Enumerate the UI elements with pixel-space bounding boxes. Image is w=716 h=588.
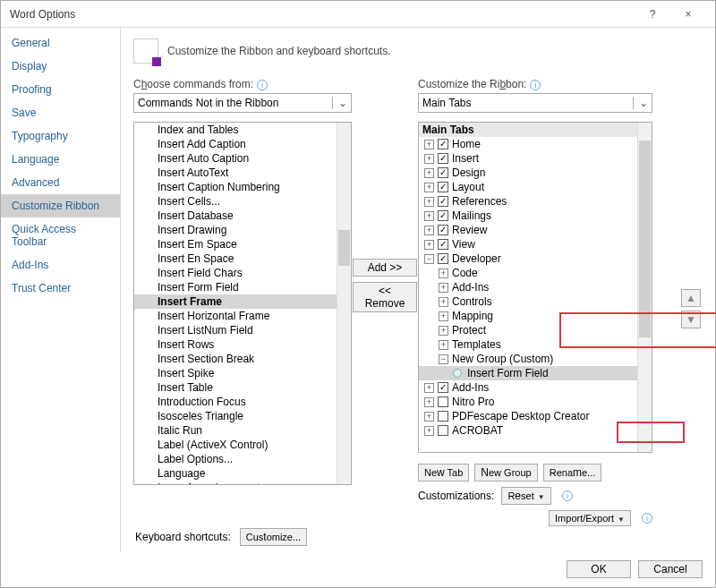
sidebar-item-customize-ribbon[interactable]: Customize Ribbon: [1, 194, 120, 217]
move-down-button[interactable]: ▼: [681, 311, 701, 328]
tree-item[interactable]: +✓Add-Ins: [419, 380, 637, 395]
command-item[interactable]: Insert Spike: [134, 366, 337, 380]
command-icon: [138, 338, 152, 351]
move-up-button[interactable]: ▲: [681, 289, 701, 307]
sidebar-item-general[interactable]: General: [1, 31, 120, 55]
command-item[interactable]: Label (ActiveX Control): [134, 438, 337, 452]
info-icon[interactable]: i: [257, 80, 268, 90]
new-tab-button[interactable]: New Tab: [418, 464, 469, 481]
command-icon: [138, 252, 152, 265]
scrollbar[interactable]: [337, 123, 351, 484]
command-item[interactable]: Insert En Space: [134, 251, 337, 266]
command-item[interactable]: Insert Database: [134, 209, 337, 223]
new-group-button[interactable]: New Group: [474, 464, 537, 481]
tree-item[interactable]: +✓Home: [419, 137, 637, 151]
command-item[interactable]: Insert Rows: [134, 337, 337, 352]
sidebar-item-quick-access-toolbar[interactable]: Quick Access Toolbar: [1, 217, 120, 253]
tree-item[interactable]: +Mapping: [419, 309, 637, 323]
command-icon: [138, 381, 152, 394]
command-item[interactable]: Isosceles Triangle: [134, 409, 337, 423]
tree-item[interactable]: +✓Insert: [419, 151, 637, 166]
commands-listbox[interactable]: Index and TablesInsert Add CaptionInsert…: [133, 122, 352, 485]
tree-item[interactable]: −New Group (Custom): [419, 352, 637, 366]
command-icon: [138, 295, 152, 308]
customize-shortcuts-button[interactable]: Customize...: [240, 528, 307, 546]
help-button[interactable]: ?: [635, 8, 670, 21]
command-item[interactable]: Insert Field Chars: [134, 266, 337, 280]
command-item[interactable]: Label Options...: [134, 452, 337, 466]
sidebar-item-typography[interactable]: Typography: [1, 124, 120, 148]
import-export-dropdown[interactable]: Import/Export▼: [549, 510, 631, 526]
command-item[interactable]: Insert Drawing: [134, 223, 337, 237]
sidebar-item-display[interactable]: Display: [1, 55, 120, 78]
sidebar-item-add-ins[interactable]: Add-Ins: [1, 253, 120, 277]
tree-item[interactable]: Insert Form Field: [419, 366, 637, 380]
info-icon[interactable]: i: [642, 513, 652, 524]
command-icon: [138, 224, 152, 236]
command-item[interactable]: Insert Section Break: [134, 352, 337, 366]
tree-item[interactable]: +PDFescape Desktop Creator: [419, 409, 637, 423]
titlebar: Word Options ? ×: [1, 1, 715, 28]
tree-item[interactable]: +✓Layout: [419, 180, 637, 194]
info-icon[interactable]: i: [530, 80, 541, 90]
sidebar-item-language[interactable]: Language: [1, 148, 120, 171]
tree-item[interactable]: +Protect: [419, 323, 637, 337]
info-icon[interactable]: i: [562, 490, 573, 501]
ribbon-tree[interactable]: Main Tabs+✓Home+✓Insert+✓Design+✓Layout+…: [418, 122, 652, 453]
command-item[interactable]: Insert Form Field: [134, 280, 337, 294]
command-item[interactable]: Insert Cells...: [134, 194, 337, 209]
command-item[interactable]: Insert AutoText: [134, 166, 337, 180]
sidebar-item-trust-center[interactable]: Trust Center: [1, 277, 120, 300]
command-item[interactable]: Insert Em Space: [134, 237, 337, 251]
tree-item[interactable]: +ACROBAT: [419, 423, 637, 438]
tree-item[interactable]: −✓Developer: [419, 251, 637, 266]
command-item[interactable]: Language: [134, 466, 337, 481]
tree-header: Main Tabs: [419, 123, 637, 137]
sidebar-item-save[interactable]: Save: [1, 101, 120, 124]
sidebar-item-proofing[interactable]: Proofing: [1, 78, 120, 101]
command-icon: [138, 195, 152, 208]
ribbon-scope-select[interactable]: Main Tabs⌄: [418, 93, 652, 113]
tree-item[interactable]: +✓References: [419, 194, 637, 209]
command-item[interactable]: Insert Add Caption: [134, 137, 337, 151]
tree-item[interactable]: +✓Review: [419, 223, 637, 237]
command-item[interactable]: Insert Table: [134, 380, 337, 395]
tree-item[interactable]: +Controls: [419, 294, 637, 309]
command-item[interactable]: Insert Caption Numbering: [134, 180, 337, 194]
command-icon: [138, 353, 152, 365]
command-item[interactable]: Index and Tables: [134, 123, 337, 137]
scrollbar[interactable]: [637, 123, 652, 452]
remove-button[interactable]: << Remove: [353, 282, 417, 312]
choose-commands-select[interactable]: Commands Not in the Ribbon⌄: [133, 93, 352, 113]
command-icon: [138, 124, 152, 136]
reset-dropdown[interactable]: Reset▼: [501, 487, 550, 505]
customizations-label: Customizations:: [418, 490, 494, 502]
command-icon: [138, 166, 152, 179]
cancel-button[interactable]: Cancel: [638, 560, 703, 578]
tree-item[interactable]: +✓Mailings: [419, 209, 637, 223]
command-item[interactable]: Introduction Focus: [134, 395, 337, 409]
rename-button[interactable]: Rename...: [543, 464, 602, 481]
tree-item[interactable]: +✓Design: [419, 166, 637, 180]
command-item[interactable]: Learn from document...: [134, 481, 337, 484]
keyboard-shortcuts-label: Keyboard shortcuts:: [135, 531, 231, 543]
command-item[interactable]: Insert Frame: [134, 294, 337, 309]
add-button[interactable]: Add >>: [353, 259, 417, 277]
tree-item[interactable]: +Templates: [419, 337, 637, 352]
reorder-buttons: ▲ ▼: [681, 289, 701, 328]
tree-item[interactable]: +Nitro Pro: [419, 395, 637, 409]
sidebar-item-advanced[interactable]: Advanced: [1, 171, 120, 194]
chevron-down-icon: ⌄: [332, 97, 347, 109]
tree-item[interactable]: +Add-Ins: [419, 280, 637, 294]
command-item[interactable]: Insert Horizontal Frame: [134, 309, 337, 323]
command-item[interactable]: Insert ListNum Field: [134, 323, 337, 337]
tree-item[interactable]: +✓View: [419, 237, 637, 251]
ok-button[interactable]: OK: [567, 560, 631, 578]
command-item[interactable]: Insert Auto Caption: [134, 151, 337, 166]
command-icon: [138, 281, 152, 294]
command-icon: [138, 467, 152, 480]
close-button[interactable]: ×: [670, 8, 706, 21]
command-icon: [138, 439, 152, 451]
tree-item[interactable]: +Code: [419, 266, 637, 280]
command-item[interactable]: Italic Run: [134, 423, 337, 438]
